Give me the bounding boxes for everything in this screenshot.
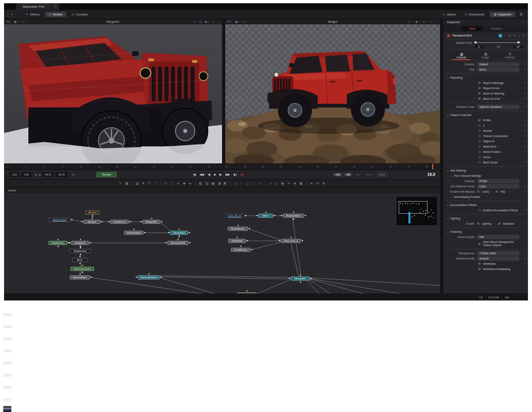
checkbox-lighting[interactable]: ✓ <box>477 222 480 225</box>
node-connector-t[interactable] <box>179 229 180 230</box>
node-connector-r[interactable] <box>310 278 312 279</box>
node-connector-l[interactable] <box>69 242 71 243</box>
node-connector-t[interactable] <box>177 239 179 240</box>
animate-dot[interactable]: • <box>525 97 526 100</box>
node-connector-b[interactable] <box>82 272 83 273</box>
checkbox-z[interactable] <box>478 124 481 127</box>
spline-button[interactable]: ∿Spline <box>439 12 459 17</box>
animate-dot[interactable]: • <box>525 124 526 127</box>
polyline-tool-icon[interactable]: ╱ <box>169 181 175 185</box>
node-spheremap2[interactable]: SphereMap2 <box>124 231 143 235</box>
checkbox-object-id[interactable] <box>478 140 481 143</box>
loop-button[interactable]: ↻ <box>240 172 244 177</box>
section-texturing[interactable]: ∨Texturing <box>443 229 528 234</box>
select-camera[interactable]: Default∨ <box>477 62 519 67</box>
node-merge1[interactable]: Merge1 <box>85 210 100 215</box>
render-button[interactable]: Render <box>96 172 117 177</box>
toggle-hiq[interactable]: HiQ <box>333 173 342 176</box>
node-settings-icon[interactable]: ◫ <box>508 34 511 37</box>
node-connector-r[interactable] <box>247 240 248 241</box>
checkbox-rgba[interactable]: ✓ <box>478 119 481 122</box>
checkbox-texture-coordinates[interactable] <box>478 135 481 137</box>
tri-mask-icon[interactable]: △ <box>245 181 251 185</box>
select-channel[interactable]: RGBA∨ <box>477 179 519 183</box>
nodes-panel-menu[interactable]: ⋯ <box>434 189 436 192</box>
section-reporting[interactable]: ∨Reporting <box>443 75 528 80</box>
node-connector-b[interactable] <box>79 263 81 264</box>
node-decals-jmod[interactable]: decals_jmod <box>49 218 71 222</box>
node-connector-t[interactable] <box>79 273 81 275</box>
animate-dot[interactable]: • <box>525 105 526 108</box>
node-connector-r[interactable] <box>161 221 162 222</box>
select-renderer-type[interactable]: OpenGL Renderer∨ <box>477 105 519 109</box>
node-connector-t[interactable] <box>237 237 238 238</box>
global-out-value[interactable]: 47 <box>513 45 523 48</box>
node-connector-t[interactable] <box>58 239 59 240</box>
inspector-menu[interactable]: ⋯ <box>521 20 524 24</box>
node-connector-t[interactable] <box>237 225 239 226</box>
merge-tool-icon[interactable]: ▣ <box>210 181 216 185</box>
node-reset-icon[interactable]: ↺ <box>522 34 524 37</box>
paint-tool-icon[interactable]: ∕ <box>152 181 158 185</box>
node-connector-r[interactable] <box>249 228 250 229</box>
node-merge2[interactable]: Merge2 <box>83 220 100 224</box>
layout-select[interactable]: ▢∨ <box>243 20 247 24</box>
render-in-field[interactable]: 0.0 <box>21 172 31 177</box>
node-connector-t[interactable] <box>92 218 93 219</box>
toggle-prx[interactable]: Prx <box>354 173 363 176</box>
roi-button[interactable]: ▢ <box>212 20 214 24</box>
subtab-controls[interactable]: ◪Controls <box>453 52 470 60</box>
animate-dot[interactable]: • <box>525 129 526 132</box>
node-color-swatch[interactable] <box>499 34 502 37</box>
section-lighting[interactable]: ∨Lighting <box>443 216 528 221</box>
keyframes-button[interactable]: ◇Keyframes <box>461 12 488 17</box>
checkbox-wireframe-antialiasing[interactable]: ✓ <box>478 268 481 270</box>
node-connector-t[interactable] <box>246 290 248 292</box>
node-transform1[interactable]: Transform1 <box>110 220 129 224</box>
renderer3d-icon[interactable]: ▣ <box>298 181 304 185</box>
step-back-icon[interactable]: ◀ <box>35 173 37 176</box>
zoom-select[interactable]: Fit∨ <box>227 20 233 23</box>
subtab-image[interactable]: ▣Image <box>477 52 495 60</box>
animate-dot[interactable]: • <box>525 190 526 193</box>
left-viewer-canvas[interactable] <box>4 24 222 163</box>
select-tool-icon[interactable]: ↖ <box>118 181 124 185</box>
stop-button[interactable]: ■ <box>214 173 216 176</box>
checkbox-lowq[interactable]: ✓ <box>477 190 480 193</box>
node-connector-r[interactable] <box>144 232 145 233</box>
ellipse-mask-icon[interactable]: ○ <box>239 181 245 185</box>
node-connector-r[interactable] <box>302 240 303 241</box>
global-in-value[interactable]: 0 <box>474 45 483 48</box>
node-connector-l[interactable] <box>165 242 167 243</box>
animate-dot[interactable]: • <box>525 257 526 260</box>
node-connector-r[interactable] <box>160 277 162 278</box>
node-graph[interactable]: Merge1decals_jmodMerge2Transform1Shape3D… <box>4 193 440 294</box>
node-connector-t[interactable] <box>291 237 292 238</box>
node-connector-b[interactable] <box>293 219 294 220</box>
effects-button[interactable]: ✶Effects <box>22 12 43 17</box>
section-per-channel-settings[interactable]: ∨Per Channel Settings <box>443 173 528 178</box>
global-mid-value[interactable]: 45 <box>493 45 504 48</box>
shape3d-icon[interactable]: ◬ <box>273 181 280 185</box>
node-connector-l[interactable] <box>281 215 282 216</box>
node-connector-l[interactable] <box>136 277 137 278</box>
animate-dot[interactable]: • <box>525 251 526 254</box>
select-shading-model[interactable]: Smooth∨ <box>477 256 519 261</box>
animate-dot[interactable]: • <box>525 62 526 65</box>
flow-tool-icon[interactable]: ◩ <box>222 181 228 185</box>
node-connector-r[interactable] <box>130 221 131 222</box>
node-warning-icon[interactable]: △ <box>518 34 520 37</box>
checkbox-material-id[interactable] <box>478 145 481 148</box>
checkbox-enable-accumulation-effects[interactable] <box>478 209 481 212</box>
imageplane3d-icon[interactable]: ▱ <box>267 181 273 185</box>
console-button[interactable]: ⚠Console <box>68 12 92 17</box>
node-camerashake1[interactable]: CameraShake1 <box>138 275 160 279</box>
checkbox-wireframe[interactable]: ✓ <box>478 262 481 265</box>
tab-close-button[interactable]: × <box>52 3 59 10</box>
node-connector-b[interactable] <box>300 281 301 283</box>
animate-dot[interactable]: • <box>525 81 526 84</box>
inspector-button[interactable]: ◨Inspector <box>490 12 515 17</box>
viewer-options-menu[interactable]: ⋯ <box>218 20 220 24</box>
merge3d-icon[interactable]: ◈ <box>292 181 298 185</box>
checkbox-hiq[interactable]: ✓ <box>496 190 498 193</box>
